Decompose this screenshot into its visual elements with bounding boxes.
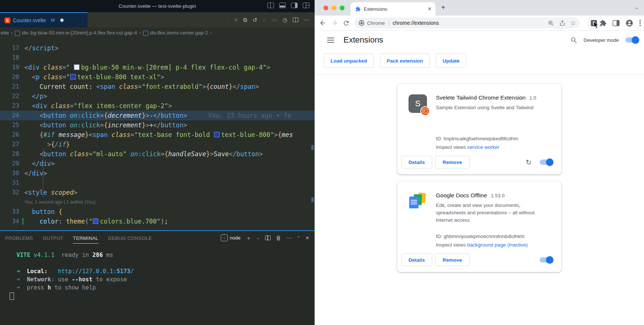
- timeline-run-icon[interactable]: ◷: [282, 17, 287, 23]
- more-actions-icon[interactable]: ⋯: [304, 17, 309, 23]
- remove-button[interactable]: Remove: [435, 156, 470, 168]
- panel-tabs: PROBLEMSOUTPUTTERMINALDEBUG CONSOLE: [5, 232, 162, 244]
- vscode-titlebar[interactable]: Counter.svelte — test-svelte-plugin: [0, 0, 315, 12]
- pack-extension-button[interactable]: Pack extension: [380, 54, 430, 68]
- panel-tab-output[interactable]: OUTPUT: [43, 232, 63, 244]
- git-blame-annotation: You, 23 hours ago • fe: [187, 112, 291, 119]
- reload-extension-icon[interactable]: ↻: [526, 159, 532, 166]
- panel-tab-debug-console[interactable]: DEBUG CONSOLE: [108, 232, 152, 244]
- new-tab-button[interactable]: +: [441, 3, 445, 12]
- address-bar[interactable]: Chrome chrome://extensions ☆: [354, 17, 580, 29]
- kill-terminal-icon[interactable]: [276, 235, 281, 241]
- source-control-graph-icon[interactable]: ⑂: [234, 17, 237, 23]
- extension-card-svelte-tailwind: S Svelete Tailwind Chrome Extension1.0 S…: [397, 84, 561, 174]
- remove-button[interactable]: Remove: [435, 254, 470, 266]
- extension-badge-icon: [420, 106, 430, 116]
- color-swatch: [93, 218, 98, 224]
- code-line: 28 <button class="ml-auto" on:click={han…: [0, 149, 315, 159]
- breadcrumb[interactable]: elte›div..bg-blue-50.min-w-[20rem].p-4.f…: [0, 27, 315, 38]
- overview-ruler-mark: [311, 145, 314, 150]
- side-panel-icon[interactable]: [613, 20, 620, 26]
- maximize-panel-icon[interactable]: ⌃: [297, 236, 300, 240]
- browser-menu-kebab-icon[interactable]: [639, 20, 641, 26]
- editor-tab-counter-svelte[interactable]: S Counter.svelte M: [0, 12, 88, 27]
- panel-tab-problems[interactable]: PROBLEMS: [5, 232, 33, 244]
- url-text[interactable]: chrome://extensions: [393, 20, 548, 26]
- close-panel-icon[interactable]: ✕: [305, 235, 309, 240]
- customize-layout-icon[interactable]: [303, 3, 309, 8]
- extension-id: ID: hnplmcaikgfoehmeiejokedfificiihm: [436, 136, 552, 141]
- search-icon[interactable]: [570, 37, 577, 43]
- browser-tab-extensions[interactable]: Extensions ✕: [350, 2, 435, 16]
- extension-name: Svelete Tailwind Chrome Extension: [436, 94, 526, 101]
- google-docs-offline-icon: [409, 192, 428, 248]
- line-number: 26: [0, 130, 24, 140]
- code-line: 19<div class=" bg-blue-50 min-w-[20rem] …: [0, 63, 315, 72]
- code-line: 18: [0, 53, 315, 63]
- line-number: 32: [0, 188, 24, 197]
- close-tab-icon[interactable]: ✕: [427, 6, 432, 12]
- change-marker-icon[interactable]: ○: [263, 17, 266, 23]
- breadcrumb-segment[interactable]: div..bg-blue-50.min-w-[20rem].p-4.flex.f…: [22, 30, 137, 36]
- code-line: 24 <button on:click={decrement}>-</butto…: [0, 111, 315, 120]
- line-number: 21: [0, 82, 24, 91]
- breadcrumb-segment[interactable]: elte: [1, 30, 9, 36]
- terminal-shell-label[interactable]: node: [230, 235, 241, 241]
- terminal-dropdown-icon[interactable]: ⌄: [257, 236, 260, 240]
- next-change-icon[interactable]: ○›: [272, 17, 277, 23]
- developer-mode-toggle[interactable]: [626, 37, 638, 43]
- zoom-window-button[interactable]: [340, 6, 345, 10]
- close-window-button[interactable]: [323, 6, 328, 10]
- extension-enabled-toggle[interactable]: [540, 160, 552, 165]
- split-editor-icon[interactable]: [293, 17, 298, 22]
- details-button[interactable]: Details: [401, 254, 432, 266]
- panel-tab-terminal[interactable]: TERMINAL: [73, 232, 98, 244]
- terminal[interactable]: VITE v4.1.1 ready in 286 ms ➜ Local: htt…: [0, 244, 315, 300]
- update-button[interactable]: Update: [436, 54, 466, 68]
- profile-avatar-icon[interactable]: [626, 19, 633, 27]
- code-editor[interactable]: 17</script>1819<div class=" bg-blue-50 m…: [0, 38, 315, 230]
- extension-description: Edit, create and view your documents, sp…: [436, 202, 551, 224]
- service-worker-link[interactable]: service worker: [467, 144, 499, 150]
- terminal-shell-icon: ›: [221, 234, 228, 241]
- open-preview-icon[interactable]: ⧉: [243, 17, 247, 23]
- load-unpacked-button[interactable]: Load unpacked: [324, 54, 374, 68]
- bookmark-star-icon[interactable]: ☆: [570, 20, 576, 26]
- split-terminal-icon[interactable]: [265, 235, 271, 240]
- inspect-views-label: Inspect views: [436, 242, 466, 248]
- tab-search-chevron-icon[interactable]: ⌄: [635, 4, 639, 10]
- code-line: 26 {#if message}<span class="text-base f…: [0, 130, 315, 140]
- code-line: 30</div>: [0, 168, 315, 178]
- page-title: Extensions: [343, 35, 383, 45]
- panel-more-icon[interactable]: ⋯: [286, 235, 292, 241]
- chrome-tab-strip: Extensions ✕ + ⌄: [315, 0, 644, 16]
- line-number: 23: [0, 101, 24, 111]
- hamburger-menu-icon[interactable]: [327, 37, 334, 43]
- breadcrumb-segment[interactable]: div.flex.items-center.gap-2: [150, 30, 208, 36]
- terminal-line: [10, 292, 315, 300]
- toggle-primary-sidebar-icon[interactable]: [267, 3, 274, 8]
- terminal-line: [10, 259, 315, 267]
- background-page-link[interactable]: background page (Inactive): [467, 242, 528, 248]
- toggle-secondary-sidebar-icon[interactable]: [291, 3, 298, 8]
- line-number: 30: [0, 168, 24, 178]
- back-button[interactable]: [319, 19, 326, 27]
- reload-button[interactable]: [343, 20, 350, 27]
- share-icon[interactable]: [559, 20, 565, 26]
- extension-cards: S Svelete Tailwind Chrome Extension1.0 S…: [315, 75, 644, 279]
- forward-button[interactable]: [331, 19, 338, 27]
- extensions-puzzle-icon[interactable]: [600, 20, 607, 27]
- toggle-panel-icon[interactable]: [279, 3, 286, 8]
- previous-change-icon[interactable]: ↺: [252, 17, 257, 23]
- extension-version: 1.0: [529, 95, 536, 101]
- code-line: 22 </p>: [0, 91, 315, 101]
- omnibox-separator: [389, 20, 389, 26]
- color-swatch: [74, 64, 79, 70]
- minimize-window-button[interactable]: [332, 6, 336, 10]
- extension-enabled-toggle[interactable]: [540, 257, 552, 262]
- details-button[interactable]: Details: [401, 156, 432, 168]
- zoom-in-icon[interactable]: [548, 20, 554, 26]
- new-terminal-icon[interactable]: ＋: [246, 235, 251, 241]
- developer-mode-label: Developer mode: [584, 37, 619, 43]
- chrome-window: Extensions ✕ + ⌄ Chrome chrome:/: [315, 0, 644, 325]
